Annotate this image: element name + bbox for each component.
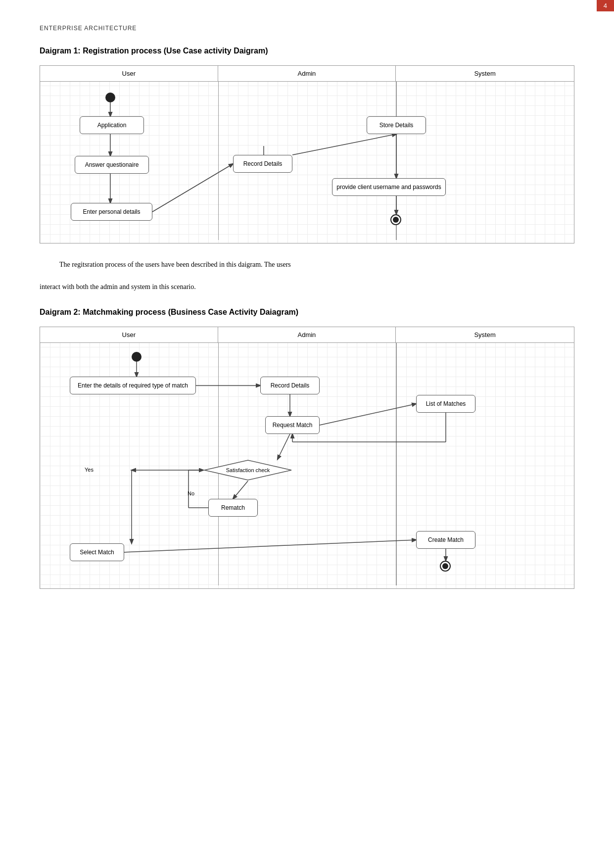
diagram2-start — [132, 352, 142, 362]
diagram1-col-admin: Admin — [218, 66, 396, 81]
diagram2-col-user: User — [40, 327, 218, 342]
diagram1-body: Application Answer questionaire Enter pe… — [40, 82, 574, 240]
diagram1-col-system: System — [396, 66, 574, 81]
diagram2-col-admin: Admin — [218, 327, 396, 342]
svg-line-20 — [233, 481, 248, 499]
diagram2-enter-details: Enter the details of required type of ma… — [70, 377, 196, 394]
diagram1-end — [390, 214, 401, 225]
diagram2-col-system: System — [396, 327, 574, 342]
diagram1-answer-questionaire: Answer questionaire — [75, 156, 149, 174]
diagram2-no-label: No — [188, 490, 194, 496]
svg-line-13 — [320, 404, 416, 425]
page-number: 4 — [597, 0, 614, 11]
svg-text:Satisfaction check: Satisfaction check — [226, 467, 270, 473]
svg-line-24 — [124, 540, 416, 552]
diagram1-header: User Admin System — [40, 66, 574, 82]
page: 4 ENTERPRISE ARCHITECTURE Daigram 1: Reg… — [0, 0, 614, 633]
body-paragraph1: The regitsration process of the users ha… — [40, 258, 574, 271]
diagram2-yes-label: Yes — [85, 467, 94, 473]
diagram2-end — [440, 561, 451, 572]
diagram2-header: User Admin System — [40, 327, 574, 343]
diagram2-list-matches: List of Matches — [416, 395, 475, 413]
diagram2-rematch: Rematch — [208, 499, 258, 517]
diagram2-record-details: Record Details — [260, 377, 320, 394]
diagram2-title: Daigram 2: Matchmaking process (Business… — [40, 308, 574, 317]
svg-line-3 — [152, 164, 233, 212]
diagram2-select-match: Select Match — [70, 543, 124, 561]
body-paragraph2: interact with both the admin and system … — [40, 281, 574, 293]
diagram1-provide-client: provide client username and passwords — [332, 178, 446, 196]
diagram2-create-match: Create Match — [416, 531, 475, 549]
diagram1-application: Application — [80, 116, 144, 134]
svg-line-17 — [278, 434, 290, 459]
diagram1-start — [105, 93, 115, 102]
diagram2-satisfaction-check: Satisfaction check — [203, 459, 292, 481]
diagram1-container: User Admin System Application Answer que… — [40, 65, 574, 243]
diagram2-body: Enter the details of required type of ma… — [40, 343, 574, 585]
diagram2-request-match: Request Match — [265, 416, 320, 434]
diagram1-store-details: Store Details — [367, 116, 426, 134]
diagram1-record-details: Record Details — [233, 155, 292, 173]
diagram1-title: Daigram 1: Registration process (Use Cas… — [40, 47, 574, 55]
diagram1-enter-personal: Enter personal details — [71, 203, 152, 221]
svg-line-4 — [292, 134, 396, 155]
header-label: ENTERPRISE ARCHITECTURE — [40, 25, 574, 32]
diagram1-col-user: User — [40, 66, 218, 81]
diagram2-container: User Admin System Enter the details of r… — [40, 327, 574, 589]
